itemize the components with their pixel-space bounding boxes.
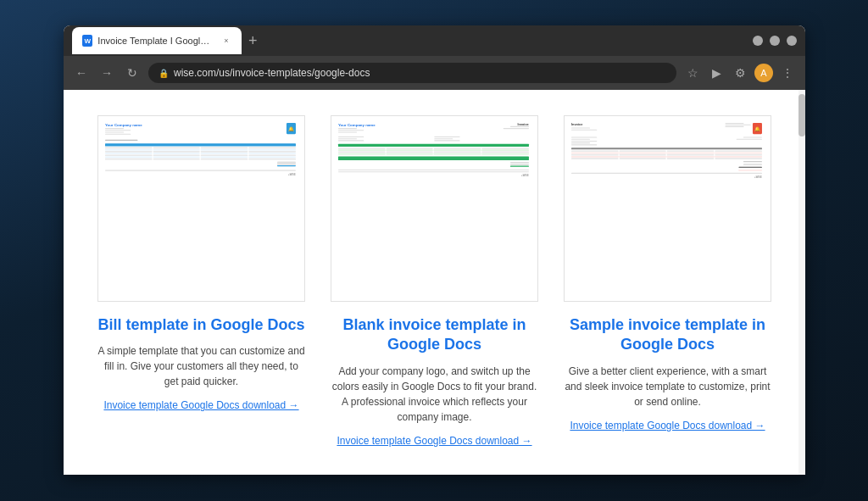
forward-button[interactable]: →: [97, 64, 116, 82]
refresh-button[interactable]: ↻: [123, 64, 142, 82]
invoice-preview-2: Your Company name Invoice: [331, 115, 538, 302]
mini-company-2: Your Company name: [338, 123, 376, 127]
browser-window: W Invoice Template I Google Do... × + ← …: [64, 25, 805, 475]
title-bar: W Invoice Template I Google Do... × +: [64, 25, 805, 56]
scrollbar-thumb[interactable]: [798, 94, 805, 136]
bookmark-icon[interactable]: ☆: [683, 64, 702, 82]
mini-invoice-title-3: Invoice: [571, 123, 597, 126]
mini-table-header-3: [571, 148, 762, 149]
card-title-2: Blank invoice template in Google Docs: [331, 315, 538, 355]
maximize-button[interactable]: [770, 36, 780, 46]
new-tab-button[interactable]: +: [242, 32, 264, 50]
cards-grid: Your Company name 🔔: [97, 115, 771, 447]
lock-icon: 🔒: [159, 69, 169, 78]
mini-logo-1: 🔔: [287, 123, 296, 134]
tab-favicon: W: [82, 35, 92, 47]
tab-title: Invoice Template I Google Do...: [97, 36, 212, 46]
card-sample-invoice: Invoice �: [564, 115, 771, 447]
card-bill-template: Your Company name 🔔: [97, 115, 305, 447]
card-link-1[interactable]: Invoice template Google Docs download →: [97, 399, 305, 411]
url-text: wise.com/us/invoice-templates/google-doc…: [174, 67, 370, 79]
mini-invoice-3: Invoice �: [571, 123, 762, 292]
card-link-3[interactable]: Invoice template Google Docs download →: [564, 420, 771, 431]
card-title-3: Sample invoice template in Google Docs: [564, 315, 771, 355]
mini-wise-logo-3: ≡WISE: [571, 175, 762, 178]
mini-green-bar: [338, 157, 529, 160]
invoice-preview-1: Your Company name 🔔: [97, 115, 305, 302]
minimize-button[interactable]: [753, 36, 763, 46]
scrollbar[interactable]: [798, 90, 805, 475]
mini-invoice-1: Your Company name 🔔: [105, 123, 296, 292]
card-description-1: A simple template that you can customize…: [97, 343, 305, 389]
card-title-1: Bill template in Google Docs: [97, 315, 305, 335]
active-tab[interactable]: W Invoice Template I Google Do... ×: [72, 27, 242, 54]
mini-logo-3: 🔔: [753, 123, 762, 134]
extensions-icon[interactable]: ⚙: [731, 64, 749, 82]
page-content: Your Company name 🔔: [64, 90, 805, 475]
mini-wise-logo-1: ≡WISE: [105, 173, 296, 175]
window-controls: [753, 36, 797, 46]
tab-close-button[interactable]: ×: [221, 35, 231, 47]
url-bar[interactable]: 🔒 wise.com/us/invoice-templates/google-d…: [148, 63, 676, 83]
card-description-2: Add your company logo, and switch up the…: [331, 364, 538, 425]
extension-icon[interactable]: ▶: [707, 64, 726, 82]
menu-icon[interactable]: ⋮: [778, 64, 797, 82]
profile-avatar[interactable]: A: [754, 64, 773, 82]
title-bar-left: W Invoice Template I Google Do... × +: [72, 27, 264, 54]
address-bar: ← → ↻ 🔒 wise.com/us/invoice-templates/go…: [64, 56, 805, 90]
invoice-preview-3: Invoice �: [564, 115, 771, 302]
card-blank-invoice: Your Company name Invoice: [331, 115, 538, 447]
close-button[interactable]: [787, 36, 797, 46]
card-link-2[interactable]: Invoice template Google Docs download →: [331, 435, 538, 447]
card-description-3: Give a better client experience, with a …: [564, 364, 771, 409]
mini-invoice-2: Your Company name Invoice: [338, 123, 529, 292]
mini-wise-logo-2: ≡WISE: [338, 175, 529, 177]
mini-table-header-2: [338, 144, 529, 147]
mini-table-header-1: [105, 143, 296, 146]
address-bar-icons: ☆ ▶ ⚙ A ⋮: [683, 64, 797, 82]
back-button[interactable]: ←: [72, 64, 91, 82]
mini-company-1: Your Company name: [105, 123, 142, 127]
desktop: W Invoice Template I Google Do... × + ← …: [0, 0, 868, 501]
